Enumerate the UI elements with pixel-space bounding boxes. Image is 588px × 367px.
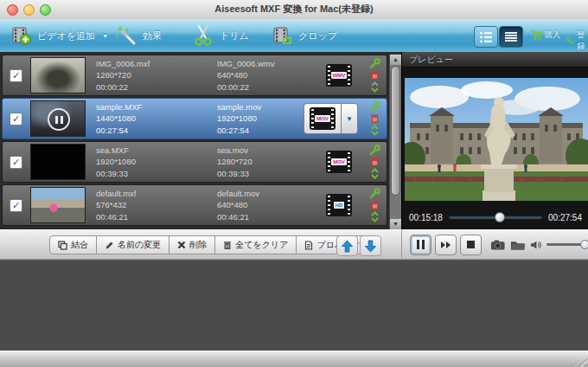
file-row-sea[interactable]: sea.MXF 1920*1080 00:39:33 sea.mov 1280*… (2, 141, 387, 183)
scroll-up-icon[interactable]: ▲ (390, 55, 401, 65)
file-list: IMG_0006.mxf 1280*720 00:00:22 IMG_0006.… (0, 52, 401, 229)
crop-button[interactable]: クロップ (272, 23, 337, 48)
minimize-window-button[interactable] (23, 4, 35, 16)
app-window: Aiseesoft MXF 変換 for Mac(未登録) ビデオを追加 ▼ (0, 0, 588, 367)
trim-button[interactable]: トリム (192, 23, 249, 48)
snapshot-camera-icon[interactable] (490, 239, 506, 251)
purchase-button[interactable]: 購入 (531, 29, 560, 41)
move-file-up-button[interactable] (336, 235, 358, 256)
volume-slider[interactable] (546, 243, 588, 246)
video-thumbnail (30, 57, 86, 93)
scroll-down-icon[interactable]: ▼ (390, 219, 401, 229)
move-up-chevron-icon[interactable] (371, 125, 379, 130)
move-up-chevron-icon[interactable] (371, 81, 379, 87)
effect-label: 効果 (143, 29, 162, 42)
preview-title: プレビュー (402, 52, 588, 68)
move-down-chevron-icon[interactable] (371, 174, 379, 179)
file-row-default[interactable]: default.mxf 576*432 00:46:21 default.mov… (2, 184, 387, 226)
delete-trash-icon[interactable] (370, 200, 380, 210)
main-toolbar: ビデオを追加 ▼ 効果 トリム (0, 19, 588, 53)
scissors-icon (192, 24, 214, 47)
output-info: IMG_0006.wmv 640*480 00:00:22 (217, 58, 319, 93)
register-button[interactable]: 登録 (566, 29, 588, 52)
stop-icon (467, 241, 475, 248)
pencil-icon (105, 241, 114, 250)
preview-video[interactable] (405, 78, 588, 201)
video-thumbnail (30, 144, 86, 180)
purchase-label: 購入 (545, 29, 560, 41)
rename-button[interactable]: 名前の変更 (97, 235, 169, 254)
delete-trash-icon[interactable] (370, 113, 380, 124)
file-row-img-0006[interactable]: IMG_0006.mxf 1280*720 00:00:22 IMG_0006.… (2, 55, 387, 96)
pause-icon (417, 240, 425, 249)
scrollbar-thumb[interactable] (391, 66, 400, 196)
playback-bar (401, 229, 588, 260)
format-dropdown-button[interactable]: ▼ (342, 103, 358, 134)
row-checkbox[interactable] (10, 156, 22, 169)
open-folder-icon[interactable] (510, 239, 526, 251)
zoom-window-button[interactable] (40, 4, 51, 16)
output-info: default.mov 640*480 00:46:21 (217, 188, 319, 222)
close-window-button[interactable] (7, 4, 18, 16)
move-up-chevron-icon[interactable] (371, 168, 379, 173)
thumbnail-list-icon (479, 31, 493, 43)
effect-button[interactable]: 効果 (115, 23, 162, 48)
key-icon (566, 35, 574, 47)
title-bar: Aiseesoft MXF 変換 for Mac(未登録) (0, 0, 588, 20)
list-action-bar: 結合 名前の変更 削除 全てをクリア (0, 229, 401, 260)
move-file-down-button[interactable] (360, 235, 381, 256)
crop-label: クロップ (298, 29, 337, 42)
delete-trash-icon[interactable] (370, 157, 380, 167)
thumbnail-view-button[interactable] (474, 26, 498, 48)
detail-list-icon (505, 31, 517, 42)
trash-icon (223, 241, 232, 250)
resize-grip[interactable] (575, 355, 587, 367)
move-down-chevron-icon[interactable] (371, 217, 379, 222)
total-time: 00:27:54 (548, 213, 582, 222)
pause-overlay-icon (48, 108, 70, 131)
edit-wrench-icon[interactable] (369, 188, 380, 199)
speaker-icon[interactable] (530, 240, 541, 250)
file-list-scrollbar[interactable]: ▲ ▼ (389, 55, 401, 229)
seek-slider[interactable] (449, 216, 542, 219)
row-checkbox[interactable] (10, 199, 22, 212)
add-video-button[interactable]: ビデオを追加 ▼ (11, 23, 108, 48)
properties-button[interactable]: プロパティ (297, 235, 369, 254)
volume-knob[interactable] (580, 240, 588, 249)
video-thumbnail (30, 100, 86, 137)
edit-wrench-icon[interactable] (369, 145, 380, 156)
pause-button[interactable] (410, 235, 431, 255)
edit-wrench-icon[interactable] (369, 58, 380, 69)
row-checkbox[interactable] (10, 69, 22, 82)
move-up-arrow-icon (341, 240, 354, 253)
edit-wrench-icon[interactable] (369, 101, 380, 113)
format-filmstrip-icon: HD (326, 194, 352, 216)
detail-view-button[interactable] (499, 26, 523, 48)
status-bar (0, 351, 588, 367)
move-down-chevron-icon[interactable] (371, 87, 379, 93)
add-video-dropdown-icon[interactable]: ▼ (102, 33, 108, 39)
move-down-arrow-icon (364, 240, 377, 253)
add-video-label: ビデオを追加 (37, 29, 95, 42)
format-select-button[interactable]: MOV (304, 103, 342, 134)
document-icon (304, 241, 313, 250)
delete-trash-icon[interactable] (370, 70, 380, 80)
merge-button[interactable]: 結合 (49, 235, 97, 254)
seek-knob[interactable] (495, 212, 505, 222)
add-video-icon (11, 25, 32, 46)
file-row-sample[interactable]: sample.MXF 1440*1080 00:27:54 sample.mov… (2, 98, 387, 139)
row-checkbox[interactable] (10, 113, 22, 126)
stop-button[interactable] (460, 235, 482, 255)
fast-forward-icon (440, 241, 451, 249)
trim-label: トリム (220, 29, 249, 42)
move-down-chevron-icon[interactable] (371, 131, 379, 136)
crop-icon (272, 25, 293, 46)
delete-button[interactable]: 削除 (169, 235, 215, 254)
cart-icon (531, 29, 542, 41)
format-filmstrip-icon: MOV (310, 107, 336, 130)
clear-all-button[interactable]: 全てをクリア (215, 235, 297, 254)
register-label: 登録 (577, 29, 588, 52)
fast-forward-button[interactable] (435, 235, 457, 255)
current-time: 00:15:18 (409, 213, 443, 222)
move-up-chevron-icon[interactable] (371, 211, 379, 216)
